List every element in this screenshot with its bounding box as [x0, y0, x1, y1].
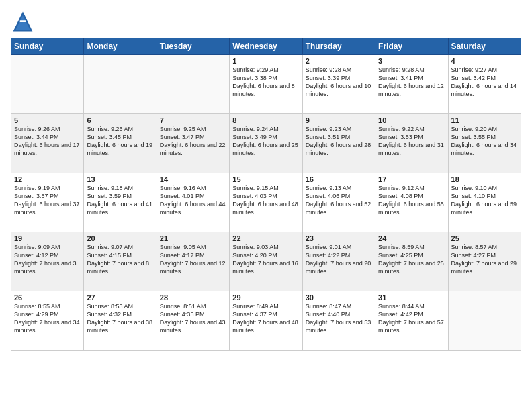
day-header-monday: Monday	[84, 38, 157, 55]
calendar-day-26: 26Sunrise: 8:55 AMSunset: 4:29 PMDayligh…	[11, 291, 84, 351]
day-number: 8	[232, 116, 299, 124]
calendar-day-28: 28Sunrise: 8:51 AMSunset: 4:35 PMDayligh…	[157, 291, 229, 351]
day-header-tuesday: Tuesday	[157, 38, 229, 55]
day-header-friday: Friday	[375, 38, 448, 55]
day-info: Sunrise: 9:03 AMSunset: 4:20 PMDaylight:…	[232, 243, 299, 276]
day-info: Sunrise: 9:24 AMSunset: 3:49 PMDaylight:…	[232, 125, 299, 158]
day-number: 24	[378, 234, 445, 242]
calendar-day-5: 5Sunrise: 9:26 AMSunset: 3:44 PMDaylight…	[11, 114, 84, 173]
calendar-day-27: 27Sunrise: 8:53 AMSunset: 4:32 PMDayligh…	[84, 291, 157, 351]
calendar-header-row: SundayMondayTuesdayWednesdayThursdayFrid…	[11, 38, 521, 55]
day-info: Sunrise: 8:47 AMSunset: 4:40 PMDaylight:…	[306, 302, 372, 335]
day-number: 1	[232, 57, 299, 65]
day-info: Sunrise: 9:13 AMSunset: 4:06 PMDaylight:…	[306, 184, 372, 217]
day-header-sunday: Sunday	[11, 38, 84, 55]
day-header-saturday: Saturday	[448, 38, 521, 55]
calendar-day-12: 12Sunrise: 9:19 AMSunset: 3:57 PMDayligh…	[11, 173, 84, 232]
day-number: 18	[451, 175, 518, 183]
day-number: 15	[232, 175, 299, 183]
day-info: Sunrise: 9:23 AMSunset: 3:51 PMDaylight:…	[306, 125, 372, 158]
calendar-day-15: 15Sunrise: 9:15 AMSunset: 4:03 PMDayligh…	[230, 173, 302, 232]
calendar-day-30: 30Sunrise: 8:47 AMSunset: 4:40 PMDayligh…	[302, 291, 375, 351]
calendar-day-9: 9Sunrise: 9:23 AMSunset: 3:51 PMDaylight…	[302, 114, 375, 173]
calendar-empty-cell	[84, 55, 157, 114]
calendar-day-2: 2Sunrise: 9:28 AMSunset: 3:39 PMDaylight…	[302, 55, 375, 114]
calendar-day-21: 21Sunrise: 9:05 AMSunset: 4:17 PMDayligh…	[157, 232, 229, 291]
calendar-empty-cell	[157, 55, 229, 114]
calendar-week-row: 5Sunrise: 9:26 AMSunset: 3:44 PMDaylight…	[11, 114, 521, 173]
day-number: 20	[87, 234, 153, 242]
calendar-day-10: 10Sunrise: 9:22 AMSunset: 3:53 PMDayligh…	[375, 114, 448, 173]
logo-icon	[11, 9, 35, 34]
day-info: Sunrise: 9:09 AMSunset: 4:12 PMDaylight:…	[14, 243, 81, 276]
day-info: Sunrise: 9:10 AMSunset: 4:10 PMDaylight:…	[451, 184, 518, 217]
calendar-day-1: 1Sunrise: 9:29 AMSunset: 3:38 PMDaylight…	[230, 55, 302, 114]
day-info: Sunrise: 8:49 AMSunset: 4:37 PMDaylight:…	[232, 302, 299, 335]
day-number: 16	[306, 175, 372, 183]
day-info: Sunrise: 9:01 AMSunset: 4:22 PMDaylight:…	[306, 243, 372, 276]
calendar-day-6: 6Sunrise: 9:26 AMSunset: 3:45 PMDaylight…	[84, 114, 157, 173]
day-info: Sunrise: 9:26 AMSunset: 3:45 PMDaylight:…	[87, 125, 153, 158]
day-number: 6	[87, 116, 153, 124]
day-info: Sunrise: 9:28 AMSunset: 3:41 PMDaylight:…	[378, 66, 445, 99]
day-info: Sunrise: 9:20 AMSunset: 3:55 PMDaylight:…	[451, 125, 518, 158]
calendar-day-16: 16Sunrise: 9:13 AMSunset: 4:06 PMDayligh…	[302, 173, 375, 232]
calendar-day-8: 8Sunrise: 9:24 AMSunset: 3:49 PMDaylight…	[230, 114, 302, 173]
calendar-week-row: 12Sunrise: 9:19 AMSunset: 3:57 PMDayligh…	[11, 173, 521, 232]
day-header-wednesday: Wednesday	[230, 38, 302, 55]
calendar-day-19: 19Sunrise: 9:09 AMSunset: 4:12 PMDayligh…	[11, 232, 84, 291]
day-info: Sunrise: 9:22 AMSunset: 3:53 PMDaylight:…	[378, 125, 445, 158]
day-info: Sunrise: 9:18 AMSunset: 3:59 PMDaylight:…	[87, 184, 153, 217]
day-number: 12	[14, 175, 81, 183]
calendar-empty-cell	[11, 55, 84, 114]
day-info: Sunrise: 9:15 AMSunset: 4:03 PMDaylight:…	[232, 184, 299, 217]
calendar-day-29: 29Sunrise: 8:49 AMSunset: 4:37 PMDayligh…	[230, 291, 302, 351]
day-number: 14	[160, 175, 226, 183]
day-info: Sunrise: 9:26 AMSunset: 3:44 PMDaylight:…	[14, 125, 81, 158]
calendar-day-4: 4Sunrise: 9:27 AMSunset: 3:42 PMDaylight…	[448, 55, 521, 114]
page: SundayMondayTuesdayWednesdayThursdayFrid…	[0, 0, 532, 411]
day-number: 31	[378, 293, 445, 302]
header	[11, 7, 521, 34]
calendar-day-14: 14Sunrise: 9:16 AMSunset: 4:01 PMDayligh…	[157, 173, 229, 232]
calendar-day-20: 20Sunrise: 9:07 AMSunset: 4:15 PMDayligh…	[84, 232, 157, 291]
day-info: Sunrise: 8:53 AMSunset: 4:32 PMDaylight:…	[87, 302, 153, 335]
day-number: 5	[14, 116, 81, 124]
calendar-day-24: 24Sunrise: 8:59 AMSunset: 4:25 PMDayligh…	[375, 232, 448, 291]
day-number: 29	[232, 293, 299, 302]
calendar-week-row: 1Sunrise: 9:29 AMSunset: 3:38 PMDaylight…	[11, 55, 521, 114]
calendar-day-3: 3Sunrise: 9:28 AMSunset: 3:41 PMDaylight…	[375, 55, 448, 114]
day-number: 21	[160, 234, 226, 242]
day-number: 23	[306, 234, 372, 242]
day-info: Sunrise: 9:25 AMSunset: 3:47 PMDaylight:…	[160, 125, 226, 158]
day-info: Sunrise: 8:55 AMSunset: 4:29 PMDaylight:…	[14, 302, 81, 335]
day-info: Sunrise: 9:29 AMSunset: 3:38 PMDaylight:…	[232, 66, 299, 99]
calendar-day-25: 25Sunrise: 8:57 AMSunset: 4:27 PMDayligh…	[448, 232, 521, 291]
calendar-day-13: 13Sunrise: 9:18 AMSunset: 3:59 PMDayligh…	[84, 173, 157, 232]
day-info: Sunrise: 9:28 AMSunset: 3:39 PMDaylight:…	[306, 66, 372, 99]
calendar-day-17: 17Sunrise: 9:12 AMSunset: 4:08 PMDayligh…	[375, 173, 448, 232]
day-info: Sunrise: 9:12 AMSunset: 4:08 PMDaylight:…	[378, 184, 445, 217]
day-number: 11	[451, 116, 518, 124]
day-number: 30	[306, 293, 372, 302]
day-number: 2	[306, 57, 372, 65]
day-info: Sunrise: 9:07 AMSunset: 4:15 PMDaylight:…	[87, 243, 153, 276]
day-info: Sunrise: 8:57 AMSunset: 4:27 PMDaylight:…	[451, 243, 518, 276]
day-header-thursday: Thursday	[302, 38, 375, 55]
calendar-day-31: 31Sunrise: 8:44 AMSunset: 4:42 PMDayligh…	[375, 291, 448, 351]
day-number: 10	[378, 116, 445, 124]
day-info: Sunrise: 9:19 AMSunset: 3:57 PMDaylight:…	[14, 184, 81, 217]
day-number: 19	[14, 234, 81, 242]
day-info: Sunrise: 8:44 AMSunset: 4:42 PMDaylight:…	[378, 302, 445, 335]
day-number: 9	[306, 116, 372, 124]
calendar-day-18: 18Sunrise: 9:10 AMSunset: 4:10 PMDayligh…	[448, 173, 521, 232]
day-number: 7	[160, 116, 226, 124]
calendar-day-7: 7Sunrise: 9:25 AMSunset: 3:47 PMDaylight…	[157, 114, 229, 173]
day-info: Sunrise: 8:59 AMSunset: 4:25 PMDaylight:…	[378, 243, 445, 276]
day-number: 13	[87, 175, 153, 183]
logo	[11, 9, 38, 34]
svg-rect-2	[20, 20, 26, 22]
day-number: 25	[451, 234, 518, 242]
calendar-table: SundayMondayTuesdayWednesdayThursdayFrid…	[11, 38, 521, 351]
day-info: Sunrise: 9:27 AMSunset: 3:42 PMDaylight:…	[451, 66, 518, 99]
